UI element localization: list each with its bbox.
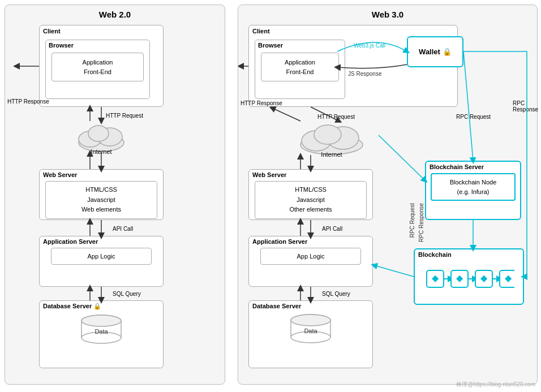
svg-text:◆: ◆ [432,273,439,283]
web3-sql-label: SQL Query [322,291,350,297]
web3-applogic-inner: App Logic [260,248,361,265]
wallet-lock-icon: 🔒 [443,48,452,56]
blockchain-server-box: Blockchain Server Blockchain Node(e.g. I… [425,161,521,220]
svg-text:◆: ◆ [456,273,463,283]
blockchain-cubes: ◆ ◆ ◆ ◆ [415,262,523,296]
web3-dbserver-box: Database Server Data [248,300,373,368]
web2-client-box: Client Browser ApplicationFront-End [39,25,164,107]
svg-point-9 [81,315,121,326]
web3-internet-cloud: Internet [295,121,368,158]
web2-title: Web 2.0 [5,10,225,19]
wallet-box: Wallet 🔒 [407,36,463,67]
web2-webserver-box: Web Server HTML/CSSJavascriptWeb element… [39,169,164,220]
wallet-label: Wallet [419,48,440,56]
web3-browser-box: Browser ApplicationFront-End [255,40,345,99]
svg-point-40 [291,315,330,326]
web3-appserver-box: Application Server App Logic [248,236,373,287]
web2-data-inner: Data [79,314,124,347]
web2-browser-box: Browser ApplicationFront-End [45,40,150,99]
blockchain-label: Blockchain [415,249,523,260]
web2-sql-label: SQL Query [113,291,141,297]
rpc-response-mid-label: RPC Response [418,203,424,242]
svg-line-43 [272,108,300,121]
web2-applogic-inner: App Logic [51,248,152,265]
rpc-request-mid-label: RPC Request [409,203,415,238]
web3-api-call-label: API Call [322,226,342,232]
svg-text:Data: Data [95,328,108,335]
web2-http-request-label: HTTP Request [106,113,143,119]
web3-webserver-box: Web Server HTML/CSSJavascriptOther eleme… [248,169,373,220]
web2-webserver-label: Web Server [40,170,163,180]
web3-data-inner: Data [288,313,333,346]
web2-dbserver-box: Database Server 🔒 Data [39,300,164,368]
svg-text:◆: ◆ [505,273,512,283]
web2-dbserver-label: Database Server 🔒 [40,301,163,312]
lock-icon: 🔒 [93,303,101,309]
web3-browser-label: Browser [255,40,345,50]
web2-appserver-box: Application Server App Logic [39,236,164,287]
web2-frontend-box: ApplicationFront-End [51,53,144,81]
web3-dbserver-label: Database Server [249,301,372,311]
web2-client-label: Client [40,25,163,37]
web2-appserver-label: Application Server [40,236,163,247]
watermark: 棒潭@https://blog.ntan520.com [456,381,535,389]
web3-webserver-label: Web Server [249,170,372,180]
web2-api-call-label: API Call [113,226,133,232]
blockchain-node-inner: Blockchain Node(e.g. Infura) [431,173,516,201]
svg-text:◆: ◆ [480,273,488,283]
blockchain-server-label: Blockchain Server [426,162,520,172]
web3-webserver-inner: HTML/CSSJavascriptOther elements [255,181,367,219]
svg-line-52 [374,265,414,277]
web3-section: Web 3.0 Client Browser ApplicationFront-… [238,5,538,385]
web2-internet-cloud: Internet [73,121,130,155]
web3js-call-label: Web3.js Call [354,42,385,49]
web2-browser-label: Browser [46,40,149,50]
web2-webserver-inner: HTML/CSSJavascriptWeb elements [45,181,157,219]
svg-line-50 [379,135,425,180]
web3-frontend-box: ApplicationFront-End [261,53,339,81]
rpc-request-right-label: RPC Request [456,114,491,120]
web3-http-request-label: HTTP Request [317,114,355,120]
web3-appserver-label: Application Server [249,236,372,247]
web3-http-response-label: HTTP Response [241,100,282,106]
rpc-response-far-label: RPC Response [513,100,538,113]
web3-client-label: Client [249,25,457,37]
web3-title: Web 3.0 [238,10,537,19]
svg-text:Data: Data [304,328,317,334]
blockchain-box: Blockchain ◆ ◆ ◆ [414,248,524,305]
web2-http-response-label: HTTP Response [7,98,49,105]
svg-point-3 [88,126,109,141]
web2-section: Web 2.0 Client Browser ApplicationFront-… [5,5,225,385]
svg-point-23 [314,125,341,144]
svg-line-53 [463,51,473,161]
js-response-label: JS Response [348,71,381,77]
